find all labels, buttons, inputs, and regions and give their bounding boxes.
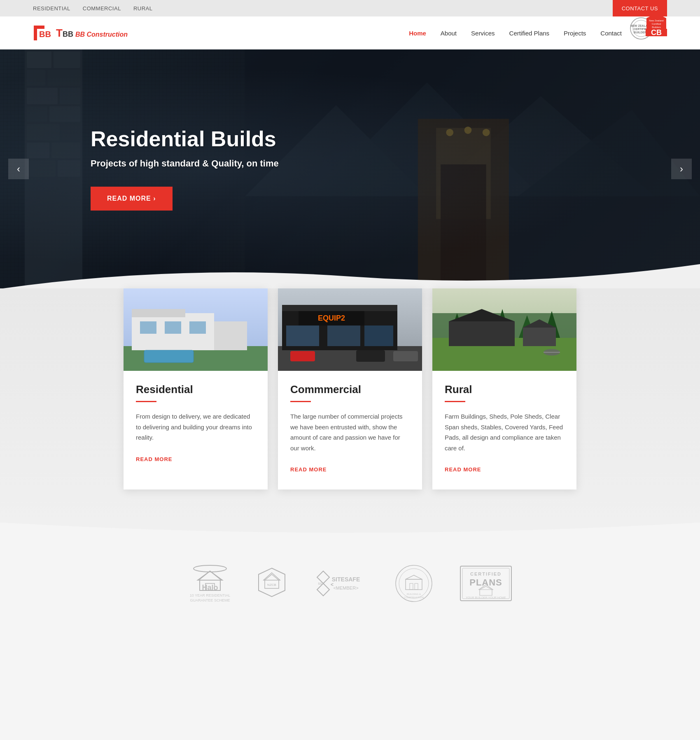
nzcb-small-badge: NZCB (257, 567, 286, 600)
svg-rect-72 (523, 328, 556, 346)
nav-home[interactable]: Home (409, 30, 426, 37)
hero-subtitle: Projects of high standard & Quality, on … (91, 157, 279, 170)
nzcb-letters: CB (646, 29, 667, 36)
svg-rect-56 (286, 326, 319, 346)
residential-card: Residential From design to delivery, we … (124, 288, 268, 489)
hero-wave (0, 264, 700, 288)
commercial-read-more[interactable]: READ MORE (290, 466, 327, 473)
nav-projects[interactable]: Projects (564, 30, 586, 37)
building-association-svg: BUILDING & CONSTRUCTION (393, 565, 434, 602)
svg-rect-44 (132, 309, 185, 317)
nzcb-nav-badge: NEW ZEALAND CERTIFIED BUILDERS New Zeala… (630, 12, 667, 54)
topbar-rural[interactable]: RURAL (133, 5, 153, 12)
nav-about[interactable]: About (441, 30, 457, 37)
nav-contact[interactable]: Contact (600, 30, 622, 37)
svg-text:New Zealand: New Zealand (649, 19, 663, 22)
logo-text-group: TBB BB Construction (56, 28, 128, 38)
commercial-card-image: EQUIP2 (278, 288, 422, 371)
residential-card-text: From design to delivery, we are dedicate… (136, 411, 255, 443)
halo-logo-badge: Halo 10 YEAR RESIDENTIALGUARANTEE SCHEME (187, 564, 233, 603)
section-wave-divider (0, 522, 700, 543)
main-navigation: BB TBB BB Construction Home About Servic… (0, 16, 700, 49)
rural-card-image (432, 288, 576, 371)
svg-text:PLANS: PLANS (469, 577, 502, 588)
residential-card-body: Residential From design to delivery, we … (124, 371, 268, 479)
halo-logo-svg: Halo (187, 564, 233, 592)
svg-marker-94 (406, 575, 422, 579)
svg-rect-46 (165, 321, 181, 334)
svg-text:SS: SS (318, 582, 322, 585)
residential-image-svg (124, 288, 268, 371)
svg-rect-1 (34, 26, 44, 29)
svg-text:BUILDING &: BUILDING & (407, 593, 421, 595)
cards-grid: Residential From design to delivery, we … (124, 288, 576, 489)
svg-rect-57 (327, 326, 360, 346)
site-logo[interactable]: BB TBB BB Construction (33, 25, 128, 41)
residential-divider (136, 401, 156, 402)
svg-marker-86 (317, 583, 329, 596)
logo-icon: BB (33, 25, 54, 41)
svg-text:SITESAFE: SITESAFE (332, 576, 360, 583)
svg-rect-45 (140, 321, 156, 334)
halo-logo-subtitle: 10 YEAR RESIDENTIALGUARANTEE SCHEME (190, 593, 230, 603)
nav-certified-plans[interactable]: Certified Plans (509, 30, 550, 37)
svg-text:YOUR BUILDER YOUR HOME: YOUR BUILDER YOUR HOME (466, 596, 506, 599)
commercial-card: EQUIP2 Commmercial The large number of c… (278, 288, 422, 489)
svg-rect-48 (144, 350, 194, 363)
svg-rect-43 (214, 321, 247, 350)
logo-tagline: BB Construction (75, 31, 128, 38)
nav-links: Home About Services Certified Plans Proj… (409, 30, 622, 37)
rural-card-title: Rural (445, 383, 564, 396)
topbar-residential[interactable]: RESIDENTIAL (33, 5, 70, 12)
svg-rect-53 (282, 305, 397, 311)
topbar-commercial[interactable]: COMMERCIAL (83, 5, 121, 12)
nav-services[interactable]: Services (471, 30, 495, 37)
logos-section: Halo 10 YEAR RESIDENTIALGUARANTEE SCHEME… (0, 543, 700, 628)
svg-rect-61 (393, 351, 418, 361)
hero-prev-button[interactable]: ‹ (8, 159, 29, 179)
commercial-card-body: Commmercial The large number of commerci… (278, 371, 422, 489)
nzcb-hex-badge: New Zealand Certified Builders Associati… (646, 12, 667, 37)
hero-content: Residential Builds Projects of high stan… (0, 127, 279, 211)
commercial-card-title: Commmercial (290, 383, 410, 396)
residential-read-more[interactable]: READ MORE (136, 456, 172, 462)
rural-read-more[interactable]: READ MORE (445, 466, 481, 473)
svg-rect-96 (415, 583, 418, 590)
svg-rect-95 (410, 583, 413, 590)
top-bar: RESIDENTIAL COMMERCIAL RURAL CONTACT US (0, 0, 700, 16)
residential-card-image (124, 288, 268, 371)
svg-marker-85 (317, 571, 329, 583)
svg-rect-70 (449, 321, 515, 346)
sitesafe-svg: < SS SITESAFE <MEMBER> (311, 569, 369, 598)
nzcb-small-svg: NZCB (257, 567, 286, 600)
hero-next-button[interactable]: › (671, 159, 692, 179)
svg-text:<MEMBER>: <MEMBER> (333, 585, 358, 590)
svg-text:CERTIFIED: CERTIFIED (470, 571, 502, 576)
hero-section: Residential Builds Projects of high stan… (0, 49, 700, 288)
sitesafe-logo-badge: < SS SITESAFE <MEMBER> (311, 569, 369, 598)
svg-rect-60 (356, 350, 385, 362)
building-association-badge: BUILDING & CONSTRUCTION (393, 565, 434, 602)
svg-text:Certified: Certified (652, 23, 661, 25)
rural-card: Rural Farm Buildings, Sheds, Pole Sheds,… (432, 288, 576, 489)
svg-rect-47 (189, 321, 206, 334)
svg-rect-59 (290, 351, 315, 361)
svg-text:BB: BB (39, 30, 51, 39)
certified-plans-badge: CERTIFIED PLANS YOUR BUILDER YOUR HOME (459, 565, 513, 602)
rural-image-svg (432, 288, 576, 371)
hero-title: Residential Builds (91, 127, 279, 151)
cards-section: Residential From design to delivery, we … (0, 288, 700, 522)
commercial-card-text: The large number of commercial projects … (290, 411, 410, 453)
certified-plans-svg: CERTIFIED PLANS YOUR BUILDER YOUR HOME (459, 565, 513, 602)
hero-read-more-button[interactable]: READ MORE › (91, 187, 173, 211)
svg-text:EQUIP2: EQUIP2 (318, 314, 345, 322)
svg-text:Halo: Halo (202, 583, 218, 592)
svg-rect-58 (364, 326, 393, 346)
svg-text:NZCB: NZCB (267, 583, 276, 587)
svg-text:CONSTRUCTION: CONSTRUCTION (404, 596, 424, 599)
rural-card-text: Farm Buildings, Sheds, Pole Sheds, Clear… (445, 411, 564, 453)
rural-divider (445, 401, 465, 402)
svg-marker-79 (198, 571, 222, 580)
logo-company-name: TBB BB Construction (56, 28, 128, 38)
svg-rect-93 (406, 579, 422, 590)
